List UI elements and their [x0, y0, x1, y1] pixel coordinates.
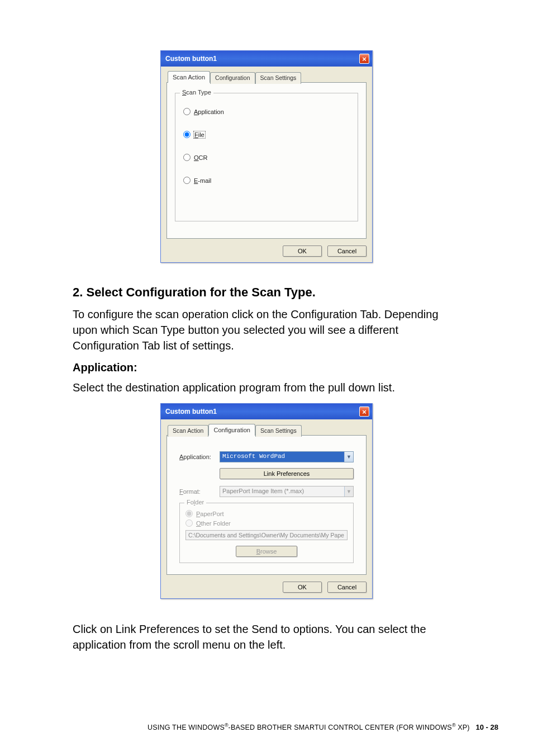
tab-configuration[interactable]: Configuration	[210, 72, 255, 84]
footer-text-pre: USING THE WINDOWS	[147, 724, 225, 731]
radio-email-label: E-mail	[194, 177, 211, 184]
radio-other-folder-input	[185, 519, 193, 527]
format-dropdown: PaperPort Image Item (*.max) ▼	[220, 486, 354, 497]
tab-scan-settings[interactable]: Scan Settings	[255, 72, 302, 84]
footer-page: 10 - 28	[476, 723, 498, 731]
radio-application[interactable]: Application	[183, 108, 350, 115]
dialog-buttons: OK Cancel	[166, 239, 367, 257]
section-para-1: To configure the scan operation click on…	[73, 306, 460, 353]
radio-file[interactable]: File	[183, 131, 350, 138]
dialog-title: Custom button1	[165, 408, 217, 415]
tab-panel-scan-action: Scan Type Application File OCR	[166, 82, 367, 239]
footer-text-post: XP)	[456, 724, 470, 731]
page-footer: USING THE WINDOWS®-BASED BROTHER SMARTUI…	[147, 722, 498, 731]
tab-scan-action[interactable]: Scan Action	[168, 425, 208, 437]
chevron-down-icon: ▼	[344, 452, 353, 462]
link-preferences-button[interactable]: Link Preferences	[220, 468, 354, 479]
radio-ocr-input[interactable]	[183, 154, 191, 161]
radio-application-input[interactable]	[183, 108, 191, 115]
radio-paperport: PaperPort	[185, 510, 348, 517]
titlebar: Custom button1 ×	[161, 51, 372, 67]
ok-button[interactable]: OK	[283, 245, 322, 257]
dialog-configuration: Custom button1 × Scan Action Configurati…	[160, 403, 373, 599]
radio-email-input[interactable]	[183, 177, 191, 184]
dialog-buttons: OK Cancel	[166, 575, 367, 593]
close-button[interactable]: ×	[359, 407, 369, 417]
close-button[interactable]: ×	[359, 54, 369, 64]
folder-legend: Folder	[184, 499, 206, 505]
groupbox-folder: Folder PaperPort Other Folder C:\Documen…	[179, 503, 354, 563]
tab-strip: Scan Action Configuration Scan Settings	[168, 71, 367, 83]
groupbox-scan-type: Scan Type Application File OCR	[175, 93, 358, 221]
radio-paperport-label: PaperPort	[196, 511, 224, 517]
radio-file-input[interactable]	[183, 131, 191, 138]
radio-ocr[interactable]: OCR	[183, 154, 350, 161]
browse-button: Browse	[236, 546, 297, 557]
section-para-2: Select the destination application progr…	[73, 380, 460, 395]
footer-reg: ®	[225, 722, 229, 728]
tab-scan-settings[interactable]: Scan Settings	[255, 425, 302, 437]
tab-scan-action[interactable]: Scan Action	[168, 71, 210, 83]
application-dropdown-value: Microsoft WordPad	[220, 452, 344, 462]
dialog-title: Custom button1	[165, 55, 217, 63]
footer-text-mid: -BASED BROTHER SMARTUI CONTROL CENTER (F…	[229, 724, 452, 731]
section-heading: 2. Select Configuration for the Scan Typ…	[73, 285, 460, 300]
cancel-button[interactable]: Cancel	[327, 582, 367, 593]
application-dropdown[interactable]: Microsoft WordPad ▼	[220, 451, 354, 462]
format-row: Format: PaperPort Image Item (*.max) ▼	[179, 486, 354, 497]
radio-file-label: File	[194, 131, 205, 138]
radio-email[interactable]: E-mail	[183, 177, 350, 184]
tab-configuration[interactable]: Configuration	[208, 424, 255, 436]
radio-other-folder: Other Folder	[185, 519, 348, 527]
application-label: Application:	[73, 361, 460, 374]
radio-application-label: Application	[194, 108, 224, 115]
footer-reg2: ®	[452, 722, 456, 728]
titlebar: Custom button1 ×	[161, 404, 372, 419]
application-row: Application: Microsoft WordPad ▼	[179, 451, 354, 462]
close-icon: ×	[362, 55, 367, 63]
groupbox-legend: Scan Type	[180, 89, 213, 96]
chevron-down-icon: ▼	[344, 486, 353, 497]
format-dropdown-value: PaperPort Image Item (*.max)	[220, 486, 344, 497]
radio-paperport-input	[185, 510, 193, 517]
close-icon: ×	[362, 408, 367, 415]
dialog-body: Scan Action Configuration Scan Settings …	[161, 419, 372, 598]
dialog-scan-action: Custom button1 × Scan Action Configurati…	[160, 50, 373, 263]
tab-panel-configuration: Application: Microsoft WordPad ▼ Link Pr…	[166, 435, 367, 575]
tab-strip: Scan Action Configuration Scan Settings	[168, 424, 367, 436]
application-field-label: Application:	[179, 453, 220, 460]
cancel-button[interactable]: Cancel	[327, 245, 367, 257]
radio-ocr-label: OCR	[194, 154, 207, 161]
folder-path-input: C:\Documents and Settings\Owner\My Docum…	[185, 530, 348, 540]
dialog-body: Scan Action Configuration Scan Settings …	[161, 67, 372, 262]
format-field-label: Format:	[179, 488, 220, 495]
ok-button[interactable]: OK	[283, 582, 322, 593]
after-para: Click on Link Preferences to set the Sen…	[73, 621, 460, 653]
radio-other-folder-label: Other Folder	[196, 520, 231, 527]
